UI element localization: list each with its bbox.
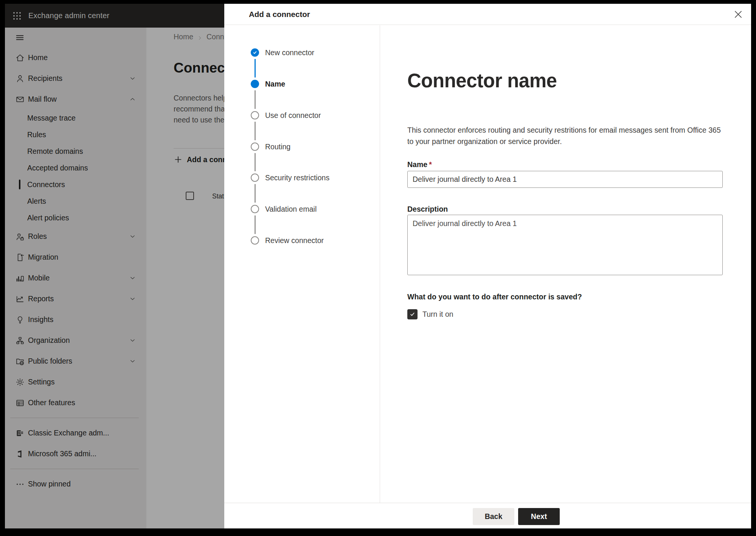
step-connector-line: [255, 122, 256, 140]
wizard-step-label: Name: [265, 80, 285, 88]
wizard-step-label: Validation email: [265, 205, 317, 214]
wizard-step-use-of-connector[interactable]: Use of connector: [251, 111, 321, 120]
step-current-icon: [251, 80, 259, 88]
wizard-step-label: Security restrictions: [265, 174, 329, 182]
add-connector-dialog: Add a connector New connectorNameUse of …: [224, 4, 751, 528]
step-completed-icon: [251, 48, 259, 57]
wizard-step-name[interactable]: Name: [251, 79, 285, 88]
wizard-step-review-connector[interactable]: Review connector: [251, 236, 324, 245]
turn-it-on-checkbox-row[interactable]: Turn it on: [407, 309, 453, 319]
name-label-text: Name: [407, 160, 427, 169]
wizard-step-routing[interactable]: Routing: [251, 142, 290, 151]
step-upcoming-icon: [251, 205, 259, 213]
wizard-step-label: Routing: [265, 143, 290, 151]
step-upcoming-icon: [251, 143, 259, 151]
wizard-content: Connector name This connector enforces r…: [380, 25, 751, 503]
checkbox-checked-icon[interactable]: [407, 309, 418, 319]
name-input[interactable]: [407, 171, 723, 188]
step-connector-line: [255, 90, 256, 109]
after-save-question: What do you want to do after connector i…: [407, 293, 582, 301]
step-heading: Connector name: [407, 70, 557, 92]
wizard-step-label: Use of connector: [265, 111, 321, 120]
name-field-label: Name*: [407, 160, 432, 169]
next-button[interactable]: Next: [518, 508, 560, 525]
dialog-footer: Back Next: [224, 503, 751, 528]
wizard-step-validation-email[interactable]: Validation email: [251, 204, 317, 214]
dialog-header: Add a connector: [224, 4, 751, 25]
wizard-step-label: New connector: [265, 48, 314, 57]
step-connector-line: [255, 153, 256, 171]
step-upcoming-icon: [251, 236, 259, 245]
description-textarea[interactable]: [407, 215, 723, 275]
description-field-label: Description: [407, 205, 448, 214]
turn-it-on-label: Turn it on: [422, 310, 453, 319]
wizard-step-new-connector[interactable]: New connector: [251, 48, 314, 57]
close-button[interactable]: [732, 8, 744, 20]
back-button[interactable]: Back: [473, 508, 514, 525]
step-connector-line: [255, 184, 256, 203]
required-asterisk: *: [429, 160, 432, 169]
step-upcoming-icon: [251, 111, 259, 119]
dialog-body: New connectorNameUse of connectorRouting…: [224, 25, 751, 503]
dialog-title: Add a connector: [249, 4, 310, 25]
wizard-step-label: Review connector: [265, 236, 324, 245]
screenshot-root: { "topbar": { "title": "Exchange admin c…: [0, 0, 756, 536]
step-connector-line: [255, 59, 256, 77]
screen: Exchange admin center HomeRecipientsMail…: [5, 4, 751, 528]
wizard-stepper: New connectorNameUse of connectorRouting…: [224, 25, 380, 503]
close-icon: [733, 9, 744, 20]
wizard-step-security-restrictions[interactable]: Security restrictions: [251, 173, 329, 182]
step-connector-line: [255, 215, 256, 234]
step-upcoming-icon: [251, 174, 259, 182]
step-description: This connector enforces routing and secu…: [407, 125, 723, 147]
